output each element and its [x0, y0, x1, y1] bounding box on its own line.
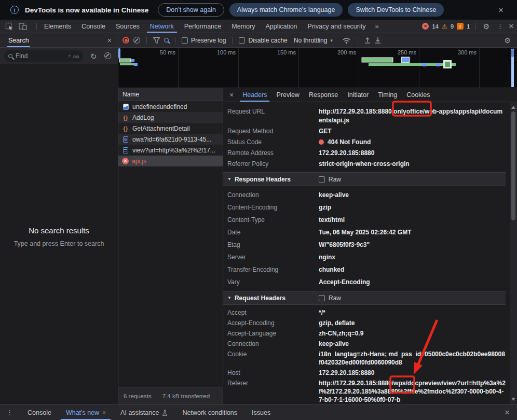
request-headers-section[interactable]: ▼ Request Headers Raw: [223, 291, 506, 305]
request-row[interactable]: api.js: [118, 156, 223, 166]
match-language-button[interactable]: Always match Chrome's language: [229, 3, 343, 17]
header-row: Connection keep-alive: [227, 189, 506, 201]
more-tabs-icon[interactable]: »: [371, 20, 383, 33]
dont-show-again-button[interactable]: Don't show again: [158, 3, 224, 17]
panel-tab[interactable]: Privacy and security: [303, 20, 371, 33]
scrollbar-thumb[interactable]: [511, 111, 515, 220]
filter-icon[interactable]: [153, 37, 160, 44]
issues-icon[interactable]: !: [457, 23, 464, 30]
drawer-tab[interactable]: AI assistance: [113, 405, 175, 420]
throttling-select[interactable]: No throttling ▾: [294, 37, 333, 44]
drawer-tab[interactable]: Console: [20, 405, 59, 420]
response-headers-section[interactable]: ▼ Response Headers Raw: [223, 172, 506, 186]
name-column-header[interactable]: Name: [118, 88, 223, 101]
inspect-element-icon[interactable]: [5, 22, 13, 31]
devtools-close-icon[interactable]: ×: [509, 22, 514, 31]
request-type-icon: [122, 147, 129, 154]
network-search-icon[interactable]: [164, 38, 169, 43]
disable-cache-label[interactable]: Disable cache: [248, 37, 287, 44]
panel-tab[interactable]: Application: [260, 20, 302, 33]
preserve-log-label[interactable]: Preserve log: [191, 37, 226, 44]
header-row: Accept */*: [227, 307, 506, 318]
clear-network-icon[interactable]: [133, 37, 140, 44]
transferred-size: 7.4 kB transferred: [157, 393, 215, 399]
waterfall-bar: [422, 63, 427, 66]
panel-tab[interactable]: Performance: [179, 20, 227, 33]
issue-count[interactable]: 1: [467, 23, 470, 30]
network-overview[interactable]: 50 ms100 ms150 ms200 ms250 ms300 ms: [118, 48, 517, 88]
warning-icon[interactable]: ⚠: [442, 23, 447, 30]
scroll-up-icon[interactable]: [511, 106, 515, 109]
case-toggle[interactable]: Aa: [73, 53, 79, 59]
details-tab[interactable]: Headers: [238, 88, 271, 102]
panel-tab[interactable]: Console: [76, 20, 111, 33]
overview-right-handle[interactable]: [511, 49, 514, 87]
switch-chinese-button[interactable]: Switch DevTools to Chinese: [348, 3, 444, 17]
network-conditions-icon[interactable]: [342, 37, 351, 44]
disclosure-triangle-icon: ▼: [227, 177, 232, 181]
request-row[interactable]: AddLog: [118, 112, 223, 123]
search-tab[interactable]: Search: [8, 33, 29, 47]
drawer-close-icon[interactable]: ×: [505, 408, 510, 417]
waterfall-bar: [369, 63, 456, 66]
request-row[interactable]: GetAttachmentDetail: [118, 123, 223, 134]
warning-count[interactable]: 9: [451, 23, 454, 30]
raw-response-checkbox[interactable]: [319, 176, 325, 183]
overview-left-handle[interactable]: [118, 48, 120, 59]
disable-cache-checkbox[interactable]: [239, 37, 245, 44]
panel-tab[interactable]: Network: [145, 20, 179, 33]
waterfall-bar: [362, 58, 392, 62]
request-type-icon: [122, 158, 129, 164]
request-row[interactable]: owa?id=6fa621d0-9113-45...: [118, 134, 223, 145]
settings-gear-icon[interactable]: ⚙: [481, 22, 492, 31]
regex-toggle[interactable]: .*: [67, 53, 70, 59]
request-row[interactable]: view?url=http%3a%2f%2f17...: [118, 145, 223, 156]
network-summary-bar: 6 requests 7.4 kB transferred: [118, 387, 223, 404]
status-dot: [319, 139, 324, 145]
search-close-icon[interactable]: ×: [107, 37, 112, 44]
header-row: Accept-Language zh-CN,zh;q=0.9: [227, 328, 506, 339]
clear-search-icon[interactable]: [104, 52, 111, 60]
details-tab[interactable]: Preview: [271, 88, 304, 102]
details-tab[interactable]: Initiator: [343, 88, 373, 102]
timeline-tick: 50 ms: [118, 48, 179, 88]
infobar-message: DevTools is now available in Chinese: [25, 6, 148, 14]
preserve-log-checkbox[interactable]: [182, 37, 188, 44]
menu-dots-icon[interactable]: ⋮: [495, 22, 506, 30]
device-toolbar-icon[interactable]: [19, 23, 27, 30]
panel-tab[interactable]: Sources: [111, 20, 145, 33]
header-row: Host 172.29.20.185:8880: [227, 368, 506, 378]
error-badge-icon[interactable]: ✕: [422, 23, 429, 30]
drawer-menu-dots-icon[interactable]: ⋮: [4, 409, 15, 416]
request-row[interactable]: undefinedundefined: [118, 101, 223, 112]
header-row: Referer http://172.29.20.185:8880/wps/do…: [227, 378, 506, 404]
detail-scrollbar[interactable]: [510, 102, 517, 404]
header-row: Request Method GET: [227, 126, 506, 137]
drawer-tab[interactable]: Network conditions: [175, 405, 244, 420]
export-har-icon[interactable]: [375, 37, 381, 44]
request-type-icon: [122, 103, 129, 110]
import-har-icon[interactable]: [364, 37, 371, 44]
details-tab[interactable]: Response: [304, 88, 343, 102]
record-icon[interactable]: [123, 37, 129, 44]
drawer-tab[interactable]: What's new ×: [59, 405, 113, 420]
no-results-title: No search results: [0, 226, 118, 235]
find-input[interactable]: Find .* Aa: [4, 50, 83, 62]
flask-icon: [162, 410, 168, 416]
timeline-tick: 250 ms: [359, 48, 419, 88]
raw-request-checkbox[interactable]: [319, 295, 325, 301]
waterfall-bar: [436, 63, 440, 66]
details-tab[interactable]: Cookies: [402, 88, 434, 102]
drawer-tab-close-icon[interactable]: ×: [102, 410, 106, 416]
infobar-close-icon[interactable]: ×: [498, 6, 504, 15]
panel-tab[interactable]: Elements: [39, 20, 76, 33]
scroll-down-icon[interactable]: [511, 398, 515, 401]
error-count[interactable]: 14: [432, 23, 439, 30]
refresh-icon[interactable]: ↻: [90, 52, 97, 60]
panel-tab[interactable]: Memory: [226, 20, 260, 33]
details-tab[interactable]: Timing: [373, 88, 402, 102]
drawer-tab[interactable]: Issues: [244, 405, 278, 420]
header-row: Cookie i18n_langtag=zh-Hans; md_pss_id=0…: [227, 349, 506, 368]
details-close-icon[interactable]: ×: [229, 91, 234, 99]
network-settings-gear-icon[interactable]: ⚙: [502, 36, 513, 45]
